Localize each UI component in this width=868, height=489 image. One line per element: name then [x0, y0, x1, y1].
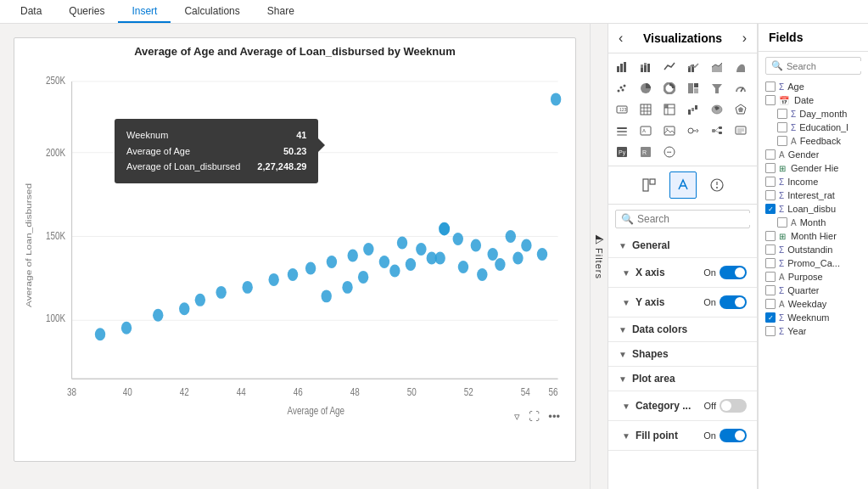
viz-fields-btn[interactable] [636, 171, 663, 199]
viz-analytics-btn[interactable] [703, 171, 731, 199]
viz-r-visual[interactable]: R [636, 142, 656, 162]
field-checkbox-9[interactable]: ✓ [765, 204, 776, 214]
field-checkbox-10[interactable] [777, 217, 787, 228]
field-checkbox-4[interactable] [777, 136, 787, 146]
field-item-education_l[interactable]: ΣEducation_l [759, 121, 868, 134]
fill-point-track[interactable] [720, 429, 747, 442]
viz-donut[interactable] [659, 78, 680, 98]
viz-ribbon-chart[interactable] [731, 57, 751, 77]
field-item-day_month[interactable]: ΣDay_month [759, 107, 868, 121]
menu-queries[interactable]: Queries [55, 0, 118, 23]
yaxis-header[interactable]: ▼ Y axis [619, 292, 703, 312]
viz-gauge[interactable] [731, 78, 751, 98]
viz-table[interactable] [636, 99, 656, 120]
field-item-feedback[interactable]: AFeedback [759, 134, 868, 148]
viz-decomp-tree[interactable] [707, 121, 727, 141]
viz-pie[interactable] [636, 78, 656, 98]
category-header[interactable]: ▼ Category ... [619, 396, 704, 416]
menu-insert[interactable]: Insert [118, 0, 171, 23]
field-item-loan_disbu[interactable]: ✓ΣLoan_disbu [759, 202, 868, 216]
viz-key-influencer[interactable] [683, 121, 703, 141]
viz-card[interactable]: 123 [612, 99, 632, 120]
menu-share[interactable]: Share [254, 0, 308, 23]
viz-text-box[interactable]: A [636, 121, 656, 141]
viz-line-chart[interactable] [659, 57, 680, 77]
field-checkbox-6[interactable] [765, 163, 776, 173]
viz-search-input[interactable] [637, 213, 758, 225]
viz-combo-chart[interactable] [683, 57, 703, 77]
category-track[interactable] [720, 399, 747, 413]
field-checkbox-1[interactable] [765, 95, 776, 105]
viz-image[interactable] [659, 121, 680, 141]
svg-text:40: 40 [123, 386, 132, 397]
viz-shape-map[interactable] [731, 99, 751, 120]
viz-slicer[interactable] [612, 121, 632, 141]
viz-filled-map[interactable] [707, 99, 727, 120]
field-item-weeknum[interactable]: ✓ΣWeeknum [759, 311, 868, 324]
xaxis-header[interactable]: ▼ X axis [619, 262, 703, 283]
viz-stacked-bar[interactable] [636, 57, 656, 77]
fill-point-header[interactable]: ▼ Fill point [619, 425, 703, 446]
more-btn[interactable]: ••• [546, 408, 562, 424]
menu-calculations[interactable]: Calculations [171, 0, 253, 23]
field-checkbox-7[interactable] [765, 177, 776, 187]
field-checkbox-17[interactable]: ✓ [765, 312, 776, 323]
field-item-interest_rat[interactable]: ΣInterest_rat [759, 188, 868, 202]
fill-point-toggle[interactable]: On [703, 429, 747, 442]
viz-smart-narr[interactable] [731, 121, 751, 141]
expand-btn[interactable]: ⛶ [527, 408, 541, 424]
viz-python[interactable]: Py [612, 142, 632, 162]
field-item-purpose[interactable]: APurpose [759, 270, 868, 284]
field-item-month_hier[interactable]: ⊞Month Hier [759, 229, 868, 243]
field-checkbox-13[interactable] [765, 258, 776, 268]
field-item-gender_hie[interactable]: ⊞Gender Hie [759, 161, 868, 175]
xaxis-toggle[interactable]: On [703, 266, 747, 279]
field-item-year[interactable]: ΣYear [759, 324, 868, 338]
viz-format-btn[interactable] [669, 171, 697, 199]
field-item-age[interactable]: ΣAge [759, 80, 868, 93]
field-item-outstandin[interactable]: ΣOutstandin [759, 243, 868, 256]
field-checkbox-11[interactable] [765, 231, 776, 241]
field-checkbox-18[interactable] [765, 326, 776, 336]
viz-custom[interactable]: ••• [659, 142, 680, 162]
viz-nav-prev[interactable]: ‹ [619, 31, 623, 46]
filters-panel[interactable]: ⧩ Filters [590, 24, 608, 489]
field-checkbox-12[interactable] [765, 244, 776, 255]
xaxis-track[interactable] [720, 266, 747, 279]
field-item-date[interactable]: 📅Date [759, 93, 868, 107]
field-checkbox-15[interactable] [765, 285, 776, 295]
section-general-header[interactable]: ▼ General [608, 233, 757, 257]
shapes-header[interactable]: ▼ Shapes [608, 342, 757, 366]
viz-waterfall[interactable] [683, 99, 703, 120]
data-colors-header[interactable]: ▼ Data colors [608, 318, 757, 341]
menu-data[interactable]: Data [7, 0, 55, 23]
filter-btn[interactable]: ▿ [512, 408, 522, 424]
viz-bar-chart[interactable] [612, 57, 632, 77]
field-checkbox-5[interactable] [765, 149, 776, 160]
yaxis-track[interactable] [720, 295, 747, 309]
viz-area-chart[interactable] [707, 57, 727, 77]
yaxis-toggle[interactable]: On [703, 295, 747, 309]
fields-search-box[interactable]: 🔍 [765, 57, 861, 75]
field-checkbox-16[interactable] [765, 299, 776, 309]
plot-area-header[interactable]: ▼ Plot area [608, 367, 757, 391]
viz-treemap[interactable] [683, 78, 703, 98]
field-item-gender[interactable]: AGender [759, 148, 868, 161]
field-checkbox-0[interactable] [765, 82, 776, 92]
field-checkbox-2[interactable] [777, 109, 787, 119]
viz-funnel[interactable] [707, 78, 727, 98]
viz-search-box[interactable]: 🔍 [615, 210, 750, 228]
field-item-weekday[interactable]: AWeekday [759, 297, 868, 311]
viz-scatter[interactable] [612, 78, 632, 98]
field-item-quarter[interactable]: ΣQuarter [759, 284, 868, 297]
viz-nav-next[interactable]: › [742, 31, 747, 46]
category-toggle[interactable]: Off [704, 399, 747, 413]
field-item-month[interactable]: AMonth [759, 216, 868, 229]
field-checkbox-8[interactable] [765, 190, 776, 200]
field-checkbox-3[interactable] [777, 122, 787, 132]
field-checkbox-14[interactable] [765, 272, 776, 282]
fields-search-input[interactable] [787, 61, 868, 71]
field-item-income[interactable]: ΣIncome [759, 175, 868, 188]
field-item-promo_ca___[interactable]: ΣPromo_Ca... [759, 256, 868, 270]
viz-matrix[interactable] [659, 99, 680, 120]
